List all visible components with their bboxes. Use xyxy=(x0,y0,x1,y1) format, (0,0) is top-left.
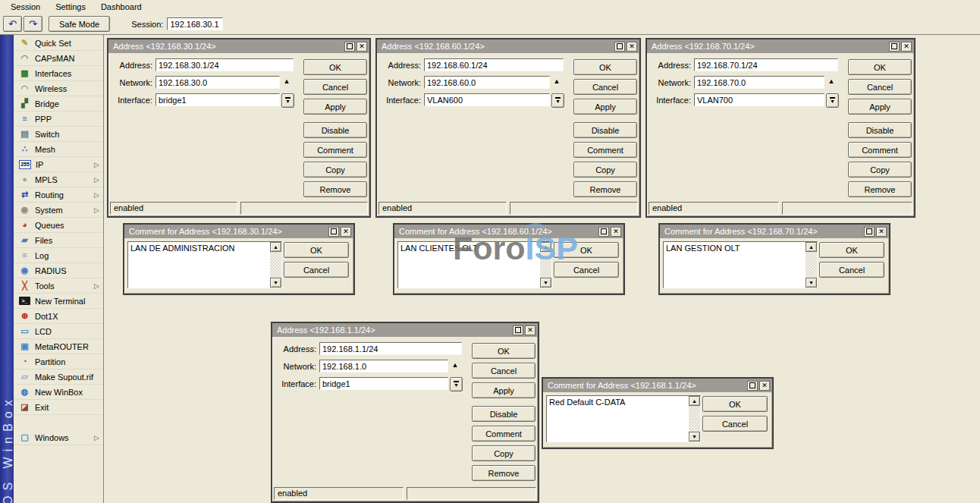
sidebar-item-dot1x[interactable]: ⊕ Dot1X xyxy=(14,309,103,324)
comment-textarea[interactable]: LAN CLIENTES OLT ▲ ▼ xyxy=(397,241,552,288)
spin-up-icon[interactable]: ▲ xyxy=(281,78,292,85)
sidebar-item-radius[interactable]: ◉ RADIUS xyxy=(14,263,103,278)
scroll-down-button[interactable]: ▼ xyxy=(806,278,817,288)
comment-textarea[interactable]: Red Default C-DATA ▲ ▼ xyxy=(546,395,701,442)
ok-button[interactable]: OK xyxy=(573,59,637,75)
network-input[interactable] xyxy=(694,76,825,89)
maximize-button[interactable] xyxy=(328,227,339,237)
interface-dropdown-button[interactable]: ▼ xyxy=(826,93,839,108)
address-input[interactable] xyxy=(424,58,564,71)
sidebar-item-make-supout-rif[interactable]: ▱ Make Supout.rif xyxy=(14,369,103,385)
sidebar-item-metarouter[interactable]: ▣ MetaROUTER xyxy=(14,339,103,354)
interface-dropdown-button[interactable]: ▼ xyxy=(281,93,294,108)
menu-session[interactable]: Session xyxy=(3,1,48,13)
scrollbar[interactable]: ▲ ▼ xyxy=(540,242,551,288)
maximize-button[interactable] xyxy=(889,42,900,52)
sidebar-item-routing[interactable]: ⇄ Routing ▷ xyxy=(14,187,103,203)
comment-textarea[interactable]: LAN DE ADMINISTRACION ▲ ▼ xyxy=(127,241,282,288)
sidebar-item-mpls[interactable]: ● MPLS ▷ xyxy=(14,172,103,187)
interface-input[interactable] xyxy=(694,93,825,106)
sidebar-item-new-terminal[interactable]: >_ New Terminal xyxy=(14,294,103,309)
scroll-up-button[interactable]: ▲ xyxy=(806,242,817,252)
sidebar-item-tools[interactable]: ╳ Tools ▷ xyxy=(14,278,103,294)
spin-up-icon[interactable]: ▲ xyxy=(450,362,460,369)
close-button[interactable]: ✕ xyxy=(901,42,912,52)
sidebar-item-exit[interactable]: ◪ Exit xyxy=(14,400,103,415)
cancel-button[interactable]: Cancel xyxy=(573,79,637,95)
sidebar-item-wireless[interactable]: ◠ Wireless xyxy=(14,81,103,96)
session-input[interactable] xyxy=(167,17,223,30)
scrollbar[interactable]: ▲ ▼ xyxy=(806,242,817,288)
interface-dropdown-button[interactable]: ▼ xyxy=(551,93,564,108)
copy-button[interactable]: Copy xyxy=(472,445,536,461)
address-input[interactable] xyxy=(694,58,838,71)
comment-button[interactable]: Comment xyxy=(848,142,912,158)
maximize-button[interactable] xyxy=(513,325,523,335)
ok-button[interactable]: OK xyxy=(303,59,367,75)
ok-button[interactable]: OK xyxy=(472,343,536,359)
maximize-button[interactable] xyxy=(344,42,355,52)
sidebar-item-partition[interactable]: ◔ Partition xyxy=(14,354,103,369)
remove-button[interactable]: Remove xyxy=(848,181,912,197)
apply-button[interactable]: Apply xyxy=(472,382,536,398)
network-input[interactable] xyxy=(155,76,280,89)
sidebar-item-system[interactable]: ◉ System ▷ xyxy=(14,203,103,218)
apply-button[interactable]: Apply xyxy=(303,99,367,115)
sidebar-item-files[interactable]: ▰ Files xyxy=(14,233,103,248)
ok-button[interactable]: OK xyxy=(819,242,884,258)
interface-input[interactable] xyxy=(155,93,280,106)
network-input[interactable] xyxy=(424,76,550,89)
undo-button[interactable]: ↶ xyxy=(3,16,22,32)
remove-button[interactable]: Remove xyxy=(573,181,637,197)
comment-textarea[interactable]: LAN GESTION OLT ▲ ▼ xyxy=(663,241,818,288)
comment-button[interactable]: Comment xyxy=(573,142,637,158)
sidebar-item-log[interactable]: ≡ Log xyxy=(14,248,103,263)
apply-button[interactable]: Apply xyxy=(848,99,912,115)
sidebar-item-queues[interactable]: ◕ Queues xyxy=(14,218,103,233)
copy-button[interactable]: Copy xyxy=(573,162,637,178)
interface-input[interactable] xyxy=(319,377,448,390)
apply-button[interactable]: Apply xyxy=(573,99,637,115)
close-button[interactable]: ✕ xyxy=(341,227,351,237)
ok-button[interactable]: OK xyxy=(702,396,768,412)
close-button[interactable]: ✕ xyxy=(627,42,637,52)
close-button[interactable]: ✕ xyxy=(525,325,536,335)
dialog-titlebar[interactable]: Address <192.168.30.1/24> ✕ xyxy=(108,39,369,53)
comment-button[interactable]: Comment xyxy=(472,426,536,442)
cancel-button[interactable]: Cancel xyxy=(472,363,536,379)
dialog-titlebar[interactable]: Comment for Address <192.168.1.1/24> ✕ xyxy=(543,379,772,392)
maximize-button[interactable] xyxy=(614,42,625,52)
address-input[interactable] xyxy=(319,342,462,355)
scroll-up-button[interactable]: ▲ xyxy=(540,242,551,252)
sidebar-item-lcd[interactable]: ▭ LCD xyxy=(14,324,103,339)
disable-button[interactable]: Disable xyxy=(848,122,912,138)
menu-dashboard[interactable]: Dashboard xyxy=(93,1,149,13)
close-button[interactable]: ✕ xyxy=(611,227,621,237)
maximize-button[interactable] xyxy=(864,227,875,237)
spin-up-icon[interactable]: ▲ xyxy=(826,78,837,85)
dialog-titlebar[interactable]: Comment for Address <192.168.70.1/24> ✕ xyxy=(660,225,889,238)
address-input[interactable] xyxy=(155,58,294,71)
close-button[interactable]: ✕ xyxy=(357,42,367,52)
dialog-titlebar[interactable]: Comment for Address <192.168.60.1/24> ✕ xyxy=(394,225,623,238)
ok-button[interactable]: OK xyxy=(554,242,619,258)
spin-up-icon[interactable]: ▲ xyxy=(551,78,562,85)
remove-button[interactable]: Remove xyxy=(472,465,536,481)
interface-dropdown-button[interactable]: ▼ xyxy=(450,377,463,391)
sidebar-item-capsman[interactable]: ◠ CAPsMAN xyxy=(14,51,103,66)
cancel-button[interactable]: Cancel xyxy=(284,262,349,278)
disable-button[interactable]: Disable xyxy=(472,406,536,422)
dialog-titlebar[interactable]: Address <192.168.60.1/24> ✕ xyxy=(377,39,639,53)
sidebar-item-ip[interactable]: 255 IP ▷ xyxy=(14,157,103,172)
scroll-up-button[interactable]: ▲ xyxy=(270,242,281,252)
sidebar-item-bridge[interactable]: ▞ Bridge xyxy=(14,96,103,112)
cancel-button[interactable]: Cancel xyxy=(303,79,367,95)
cancel-button[interactable]: Cancel xyxy=(819,262,884,278)
ok-button[interactable]: OK xyxy=(284,242,349,258)
sidebar-item-quick-set[interactable]: ✎ Quick Set xyxy=(14,36,103,51)
interface-input[interactable] xyxy=(424,93,550,106)
sidebar-item-new-winbox[interactable]: ◍ New WinBox xyxy=(14,385,103,400)
scroll-down-button[interactable]: ▼ xyxy=(540,278,551,288)
sidebar-item-ppp[interactable]: ≡ PPP xyxy=(14,112,103,127)
cancel-button[interactable]: Cancel xyxy=(554,262,619,278)
